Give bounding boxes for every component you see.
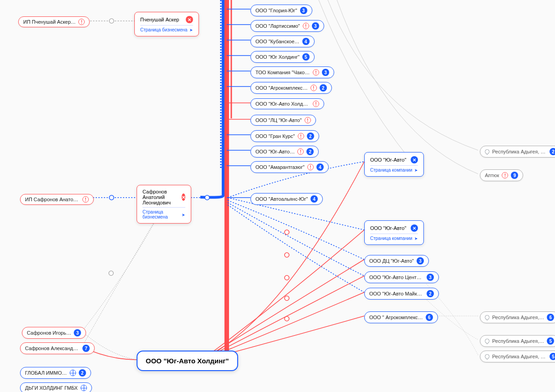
close-icon[interactable]: ✕ [186, 16, 193, 23]
close-icon[interactable]: ✕ [411, 224, 418, 232]
svg-point-8 [109, 271, 113, 275]
node-label: ООО " Агрокомплекс… [369, 315, 423, 320]
node-n4[interactable]: Сафронов Александр…7 [20, 342, 95, 354]
count-badge: 4 [311, 195, 318, 203]
node-label: Сафронов Александр… [25, 346, 80, 351]
card-safronov[interactable]: Сафронов Анатолий Леонидович✕ Страница б… [137, 185, 191, 224]
count-badge: 6 [547, 314, 554, 321]
node-label: ООО "Юг-Авто… [255, 149, 295, 154]
main-node-label: ООО "Юг-Авто Холдинг" [146, 357, 229, 365]
node-d4[interactable]: ООО " Агрокомплекс…6 [364, 311, 438, 323]
svg-point-6 [285, 296, 289, 300]
count-badge: 5 [302, 53, 310, 61]
arrow-icon [189, 27, 193, 32]
node-label: Республика Адыгея,… [492, 315, 544, 320]
card-link[interactable]: Страница бизнесмена [143, 209, 185, 219]
svg-point-5 [285, 275, 289, 280]
node-g1[interactable]: Республика Адыгея, аул…2 [480, 146, 555, 158]
warning-icon: ! [305, 117, 311, 123]
node-g2[interactable]: Аптюк!9 [480, 169, 523, 181]
card-link[interactable]: Страница компании [370, 168, 418, 173]
card-yugauto-2[interactable]: ООО "Юг-Авто"✕ Страница компании [364, 220, 424, 245]
pin-icon [484, 353, 490, 360]
node-n6[interactable]: ДЬГИ ХОЛДИНГ ГМБХ [20, 382, 92, 392]
count-badge: 9 [511, 172, 518, 179]
count-badge: 5 [547, 337, 554, 345]
node-c3[interactable]: ООО "Кубанское…4 [250, 36, 315, 47]
node-n5[interactable]: ГЛОБАЛ ИММО…2 [20, 367, 91, 379]
node-label: ООО "Гран Курс" [255, 133, 295, 139]
node-d1[interactable]: ООО ДЦ "Юг-Авто"3 [364, 255, 429, 267]
node-label: ИП Сафронов Анатолий… [25, 197, 80, 202]
warning-icon: ! [297, 148, 304, 155]
node-c7[interactable]: ООО "Юг-Авто Холдинг"! [250, 98, 324, 109]
node-label: Республика Адыгея,… [492, 338, 544, 344]
card-link[interactable]: Страница бизнесмена [140, 27, 193, 32]
warning-icon: ! [502, 172, 508, 178]
node-c11[interactable]: ООО "Амарантгазюг"!4 [250, 161, 329, 173]
close-icon[interactable]: ✕ [411, 156, 418, 163]
main-node[interactable]: ООО "Юг-Авто Холдинг" [137, 351, 238, 371]
node-g4[interactable]: Республика Адыгея,…5 [480, 335, 555, 347]
node-c5[interactable]: ТОО Компания "Чакоев…!3 [250, 66, 334, 78]
node-label: ИП Пченушай Аскер… [23, 19, 76, 25]
node-label: ООО "Юг-Авто Центр… [369, 275, 424, 280]
count-badge: 2 [550, 148, 555, 155]
node-c2[interactable]: ООО "Лартиссимо"!3 [250, 20, 324, 32]
node-label: ООО "Юг-Авто Холдинг" [255, 101, 310, 107]
svg-point-0 [109, 195, 114, 200]
node-label: Республика Адыгея, аул… [492, 149, 547, 154]
count-badge: 2 [79, 369, 86, 377]
warning-icon: ! [307, 164, 314, 170]
pin-icon [484, 148, 490, 155]
count-badge: 2 [306, 148, 314, 155]
count-badge: 3 [312, 22, 319, 30]
count-badge: 4 [316, 163, 324, 171]
arrow-icon [414, 236, 418, 241]
count-badge: 4 [302, 38, 310, 45]
count-badge: 2 [320, 84, 327, 92]
node-n3[interactable]: Сафронов Игорь…3 [22, 327, 86, 339]
node-label: ООО "ЛЦ "Юг-Авто" [255, 117, 302, 123]
node-d3[interactable]: ООО "Юг-Авто Майкоп"2 [364, 288, 439, 300]
node-label: ООО "Глория-Юг" [255, 8, 297, 13]
node-c10[interactable]: ООО "Юг-Авто…!2 [250, 146, 319, 158]
node-d2[interactable]: ООО "Юг-Авто Центр…3 [364, 271, 439, 283]
card-title: Сафронов Анатолий Леонидович [143, 189, 179, 205]
card-title: Пченушай Аскер [140, 17, 179, 22]
globe-icon [70, 370, 76, 376]
count-badge: 3 [417, 257, 424, 265]
card-yugauto-1[interactable]: ООО "Юг-Авто"✕ Страница компании [364, 152, 424, 177]
count-badge: 3 [300, 7, 307, 14]
node-label: ООО "Кубанское… [255, 39, 300, 44]
svg-point-3 [285, 230, 289, 234]
svg-point-4 [285, 253, 289, 257]
count-badge: 3 [427, 274, 434, 281]
node-c6[interactable]: ООО "Агрокомплекс…!2 [250, 82, 332, 94]
card-link[interactable]: Страница компании [370, 236, 418, 241]
count-badge: 7 [82, 345, 90, 352]
node-label: ГЛОБАЛ ИММО… [25, 370, 67, 376]
node-g5[interactable]: Республика Адыгея, аул…5 [480, 351, 555, 362]
arrow-icon [182, 212, 185, 217]
node-n2[interactable]: ИП Сафронов Анатолий…! [20, 194, 94, 205]
node-c8[interactable]: ООО "ЛЦ "Юг-Авто"! [250, 115, 316, 126]
node-g3[interactable]: Республика Адыгея,…6 [480, 311, 555, 323]
node-label: ООО "Автоальянс-Юг" [255, 196, 308, 202]
node-c4[interactable]: ООО "Юг Холдинг"5 [250, 51, 315, 63]
node-label: ТОО Компания "Чакоев… [255, 70, 310, 75]
node-label: Сафронов Игорь… [27, 330, 71, 336]
node-c1[interactable]: ООО "Глория-Юг"3 [250, 5, 312, 16]
close-icon[interactable]: ✕ [182, 193, 185, 201]
pin-icon [484, 338, 490, 344]
warning-icon: ! [313, 69, 319, 76]
count-badge: 6 [426, 314, 433, 321]
arrow-icon [414, 168, 418, 173]
node-label: ДЬГИ ХОЛДИНГ ГМБХ [25, 385, 78, 391]
node-c12[interactable]: ООО "Автоальянс-Юг"4 [250, 193, 323, 205]
node-n1[interactable]: ИП Пченушай Аскер…! [18, 16, 90, 27]
card-pchenushay[interactable]: Пченушай Аскер✕ Страница бизнесмена [134, 12, 199, 36]
warning-icon: ! [298, 133, 304, 139]
node-c9[interactable]: ООО "Гран Курс"!2 [250, 130, 319, 142]
card-title: ООО "Юг-Авто" [370, 157, 406, 163]
